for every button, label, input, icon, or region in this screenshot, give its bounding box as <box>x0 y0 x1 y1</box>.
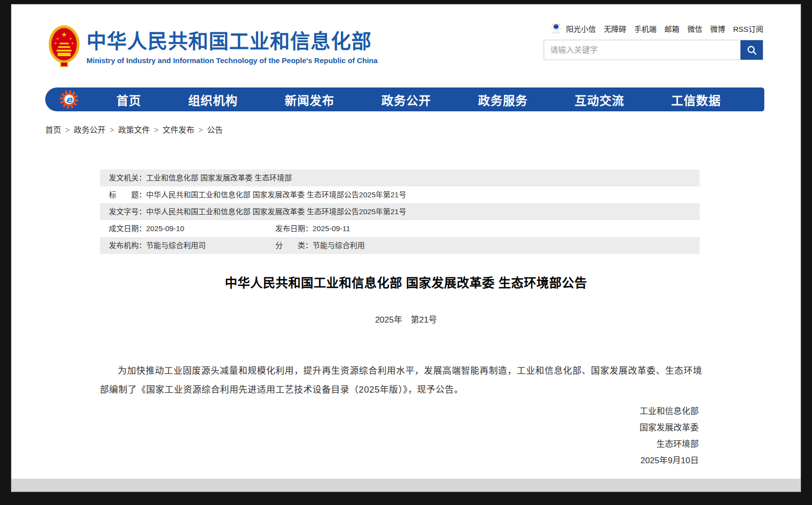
footer-strip <box>11 479 801 492</box>
meta-value: 工业和信息化部 国家发展改革委 生态环境部 <box>146 173 292 182</box>
brand-text: 中华人民共和国工业和信息化部 Ministry of Industry and … <box>86 29 378 65</box>
nav-item-4[interactable]: 政务服务 <box>478 91 528 108</box>
search-input[interactable] <box>544 40 740 60</box>
main-nav-list: 首页组织机构新闻发布政务公开政务服务互动交流工信数据 <box>93 91 764 108</box>
top-link-2[interactable]: 手机端 <box>634 23 656 34</box>
robot-mascot-icon <box>551 22 561 34</box>
search-icon <box>746 45 757 56</box>
top-link-5[interactable]: 微博 <box>710 23 725 34</box>
svg-text:★: ★ <box>54 42 57 45</box>
meta-row-1: 标 题：中华人民共和国工业和信息化部 国家发展改革委 生态环境部公告2025年第… <box>100 186 700 203</box>
doc-number: 2025年 第21号 <box>11 313 801 325</box>
top-links-list: 阳光小信无障碍手机端邮箱微信微博RSS订阅 <box>544 22 763 34</box>
signature-line-1: 国家发展改革委 <box>640 420 699 436</box>
svg-text:★: ★ <box>71 42 74 45</box>
breadcrumb-separator: > <box>109 126 114 134</box>
nav-item-2[interactable]: 新闻发布 <box>285 91 334 108</box>
site-subtitle: Ministry of Industry and Information Tec… <box>86 56 378 65</box>
meta-col-1: 标 题：中华人民共和国工业和信息化部 国家发展改革委 生态环境部公告2025年第… <box>109 186 406 203</box>
meta-value: 2025-09-11 <box>313 224 350 233</box>
meta-col-2: 发布日期：2025-09-11 <box>275 220 350 237</box>
search-bar <box>544 40 763 60</box>
meta-label: 发文字号： <box>109 207 146 216</box>
meta-col-1: 成文日期：2025-09-10 <box>109 220 275 237</box>
top-link-1[interactable]: 无障碍 <box>604 23 626 34</box>
header-right: 阳光小信无障碍手机端邮箱微信微博RSS订阅 <box>544 22 763 60</box>
svg-text:★: ★ <box>56 37 59 40</box>
meta-value: 2025-09-10 <box>146 224 184 233</box>
breadcrumb-item-4: 公告 <box>207 126 223 134</box>
nav-item-0[interactable]: 首页 <box>116 91 141 108</box>
top-link-6[interactable]: RSS订阅 <box>733 23 763 34</box>
meta-label: 发文机关： <box>109 173 146 182</box>
national-emblem: ★ ★ ★ ★ ★ <box>48 24 81 69</box>
nav-item-1[interactable]: 组织机构 <box>188 91 238 108</box>
breadcrumb-item-0[interactable]: 首页 <box>45 126 61 134</box>
meta-col-1: 发文机关：工业和信息化部 国家发展改革委 生态环境部 <box>109 169 292 186</box>
breadcrumb-separator: > <box>198 126 203 134</box>
nav-item-3[interactable]: 政务公开 <box>381 91 431 108</box>
breadcrumb-item-3[interactable]: 文件发布 <box>162 126 194 134</box>
breadcrumb-separator: > <box>154 126 159 134</box>
page: ★ ★ ★ ★ ★ 中华人民共和国工业和信息化部 Ministry of Ind… <box>11 4 801 492</box>
signature-line-3: 2025年9月10日 <box>640 452 699 469</box>
breadcrumb-item-2[interactable]: 政策文件 <box>118 126 150 134</box>
meta-row-4: 发布机构：节能与综合利用司分 类：节能与综合利用 <box>100 237 700 254</box>
meta-value: 节能与综合利用司 <box>146 241 206 250</box>
signature-line-0: 工业和信息化部 <box>640 403 699 420</box>
page-title: 中华人民共和国工业和信息化部 国家发展改革委 生态环境部公告 <box>11 273 801 291</box>
signature-block: 工业和信息化部国家发展改革委生态环境部2025年9月10日 <box>640 403 699 469</box>
nav-item-5[interactable]: 互动交流 <box>574 91 624 108</box>
top-link-3[interactable]: 邮箱 <box>664 23 679 34</box>
site-title: 中华人民共和国工业和信息化部 <box>86 29 378 53</box>
meta-row-2: 发文字号：中华人民共和国工业和信息化部 国家发展改革委 生态环境部公告2025年… <box>100 203 700 220</box>
nav-item-6[interactable]: 工信数据 <box>671 91 721 108</box>
meta-col-1: 发布机构：节能与综合利用司 <box>109 237 275 254</box>
meta-table: 发文机关：工业和信息化部 国家发展改革委 生态环境部标 题：中华人民共和国工业和… <box>100 169 700 254</box>
svg-text:★: ★ <box>61 31 67 38</box>
meta-label: 发布日期： <box>275 224 313 233</box>
meta-label: 成文日期： <box>109 224 146 233</box>
meta-col-1: 发文字号：中华人民共和国工业和信息化部 国家发展改革委 生态环境部公告2025年… <box>109 203 406 220</box>
svg-text:★: ★ <box>69 37 72 40</box>
breadcrumb-separator: > <box>65 126 70 134</box>
breadcrumb-item-1[interactable]: 政务公开 <box>74 126 105 134</box>
search-button[interactable] <box>740 40 763 60</box>
meta-value: 节能与综合利用 <box>313 241 365 250</box>
top-link-4[interactable]: 微信 <box>687 23 702 34</box>
meta-row-0: 发文机关：工业和信息化部 国家发展改革委 生态环境部 <box>100 169 700 186</box>
miit-gear-logo-icon: e <box>45 88 93 110</box>
meta-value: 中华人民共和国工业和信息化部 国家发展改革委 生态环境部公告2025年第21号 <box>146 190 406 199</box>
meta-label: 标 题： <box>109 190 146 199</box>
main-nav: e 首页组织机构新闻发布政务公开政务服务互动交流工信数据 <box>45 87 764 111</box>
doc-body: 为加快推动工业固废源头减量和规模化利用，提升再生资源综合利用水平，发展高端智能再… <box>100 361 702 399</box>
meta-label: 分 类： <box>275 241 313 250</box>
meta-label: 发布机构： <box>109 241 146 250</box>
top-link-0[interactable]: 阳光小信 <box>566 23 596 34</box>
breadcrumb: 首页>政务公开>政策文件>文件发布>公告 <box>45 125 223 135</box>
svg-text:e: e <box>66 94 73 105</box>
meta-value: 中华人民共和国工业和信息化部 国家发展改革委 生态环境部公告2025年第21号 <box>146 207 406 216</box>
meta-row-3: 成文日期：2025-09-10发布日期：2025-09-11 <box>100 220 700 237</box>
signature-line-2: 生态环境部 <box>640 436 699 452</box>
site-brand: ★ ★ ★ ★ ★ 中华人民共和国工业和信息化部 Ministry of Ind… <box>48 24 378 69</box>
meta-col-2: 分 类：节能与综合利用 <box>275 237 365 254</box>
